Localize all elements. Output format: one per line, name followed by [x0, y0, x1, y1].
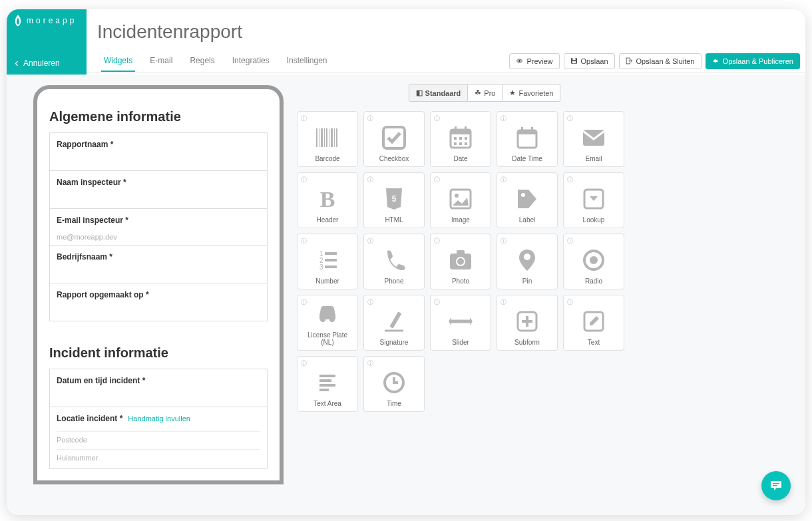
- widget-label: Slider: [452, 339, 469, 346]
- text-icon: [580, 308, 607, 335]
- widget-label: License Plate (NL): [300, 331, 355, 346]
- brand-text: moreapp: [27, 16, 77, 25]
- info-icon[interactable]: ⓘ: [301, 359, 307, 368]
- info-icon[interactable]: ⓘ: [434, 176, 440, 184]
- info-icon[interactable]: ⓘ: [567, 114, 573, 123]
- info-icon[interactable]: ⓘ: [367, 176, 373, 184]
- radio-icon: [580, 247, 607, 273]
- form-field[interactable]: Rapportnaam *: [49, 132, 268, 171]
- widget-label: Email: [585, 155, 602, 162]
- info-icon[interactable]: ⓘ: [301, 298, 307, 307]
- field-label: E-mail inspecteur *: [57, 216, 260, 225]
- widget-label: Text Area: [313, 400, 341, 407]
- info-icon[interactable]: ⓘ: [567, 176, 573, 184]
- widget-label: Time: [387, 400, 401, 407]
- widget-photo[interactable]: ⓘPhoto: [430, 234, 491, 289]
- tab-regels[interactable]: Regels: [187, 51, 217, 72]
- widget-label: Text: [588, 339, 600, 346]
- info-icon[interactable]: ⓘ: [367, 359, 373, 368]
- form-field[interactable]: Datum en tijd incident *: [49, 369, 268, 407]
- header-icon: [314, 186, 341, 212]
- info-icon[interactable]: ⓘ: [434, 298, 440, 307]
- info-icon[interactable]: ⓘ: [301, 114, 307, 123]
- widget-label: Date Time: [512, 155, 542, 162]
- subfield[interactable]: Postcode: [57, 431, 260, 446]
- lookup-icon: [580, 186, 607, 212]
- info-icon[interactable]: ⓘ: [567, 237, 573, 246]
- widget-checkbox[interactable]: ⓘCheckbox: [363, 111, 425, 167]
- info-icon[interactable]: ⓘ: [301, 237, 307, 246]
- widget-label: Image: [451, 216, 470, 224]
- preview-button[interactable]: Preview: [509, 53, 559, 69]
- info-icon[interactable]: ⓘ: [367, 114, 373, 123]
- info-icon[interactable]: ⓘ: [501, 298, 507, 307]
- form-field[interactable]: Naam inspecteur *: [49, 171, 268, 209]
- subfield[interactable]: Huisnummer: [57, 449, 260, 464]
- field-placeholder: me@moreapp.dev: [57, 233, 260, 241]
- widget-header[interactable]: ⓘHeader: [297, 172, 358, 228]
- widget-lookup[interactable]: ⓘLookup: [563, 172, 624, 228]
- widget-number[interactable]: ⓘNumber: [297, 234, 358, 289]
- form-field[interactable]: Locatie incident *Handmatig invullenPost…: [49, 407, 268, 469]
- widget-radio[interactable]: ⓘRadio: [563, 234, 624, 289]
- widget-text[interactable]: ⓘText: [563, 295, 624, 351]
- subform-icon: [514, 308, 540, 335]
- info-icon[interactable]: ⓘ: [501, 237, 507, 246]
- chat-fab[interactable]: [761, 471, 791, 500]
- info-icon[interactable]: ⓘ: [434, 237, 440, 246]
- widget-barcode[interactable]: ⓘBarcode: [297, 111, 358, 167]
- section-title: Algemene informatie: [49, 109, 268, 124]
- tab-instellingen[interactable]: Instellingen: [284, 51, 330, 72]
- widget-time[interactable]: ⓘTime: [363, 356, 425, 412]
- widget-html[interactable]: ⓘHTML: [363, 172, 425, 228]
- info-icon[interactable]: ⓘ: [567, 298, 573, 307]
- widget-tab-pro[interactable]: ☘ Pro: [468, 84, 503, 102]
- info-icon[interactable]: ⓘ: [501, 114, 507, 123]
- info-icon[interactable]: ⓘ: [367, 237, 373, 246]
- widget-tab-favorieten[interactable]: ★ Favorieten: [503, 84, 560, 102]
- widget-date[interactable]: ⓘDate: [430, 111, 491, 167]
- widget-phone[interactable]: ⓘPhone: [363, 234, 425, 289]
- field-label: Datum en tijd incident *: [57, 376, 260, 385]
- widget-grid: ⓘBarcodeⓘCheckboxⓘDateⓘDate TimeⓘEmailⓘH…: [297, 111, 672, 412]
- slider-icon: [447, 308, 474, 335]
- tab-integraties[interactable]: Integraties: [230, 51, 272, 72]
- field-label: Rapportnaam *: [57, 140, 260, 149]
- widget-text-area[interactable]: ⓘText Area: [297, 356, 358, 412]
- save-close-button[interactable]: Opslaan & Sluiten: [619, 53, 702, 69]
- tab-e-mail[interactable]: E-mail: [147, 51, 175, 72]
- html-icon: [381, 186, 407, 212]
- widget-subform[interactable]: ⓘSubform: [497, 295, 558, 351]
- save-publish-button[interactable]: Opslaan & Publiceren: [706, 53, 800, 69]
- form-field[interactable]: Rapport opgemaakt op *: [49, 283, 268, 321]
- calendar-icon: [447, 124, 474, 151]
- main-tabs: WidgetsE-mailRegelsIntegratiesInstelling…: [87, 51, 330, 72]
- field-link[interactable]: Handmatig invullen: [128, 415, 190, 423]
- cancel-button[interactable]: Annuleren: [13, 59, 80, 68]
- form-field[interactable]: E-mail inspecteur *me@moreapp.dev: [49, 209, 268, 246]
- phone-icon: [381, 247, 407, 273]
- widget-label[interactable]: ⓘLabel: [497, 172, 558, 228]
- info-icon[interactable]: ⓘ: [301, 176, 307, 184]
- label-icon: [514, 186, 540, 212]
- field-label: Bedrijfsnaam *: [57, 252, 260, 261]
- widget-signature[interactable]: ⓘSignature: [363, 295, 425, 351]
- page-title: Incidentenrapport: [97, 21, 795, 43]
- info-icon[interactable]: ⓘ: [434, 114, 440, 123]
- widget-slider[interactable]: ⓘSlider: [430, 295, 491, 351]
- widget-email[interactable]: ⓘEmail: [563, 111, 624, 167]
- widget-label: Phone: [385, 277, 404, 285]
- info-icon[interactable]: ⓘ: [367, 298, 373, 307]
- widget-label: Label: [519, 216, 535, 224]
- widget-date-time[interactable]: ⓘDate Time: [497, 111, 558, 167]
- widget-license-plate-nl-[interactable]: ⓘLicense Plate (NL): [297, 295, 358, 351]
- tab-widgets[interactable]: Widgets: [101, 51, 135, 72]
- widget-pin[interactable]: ⓘPin: [497, 234, 558, 289]
- info-icon[interactable]: ⓘ: [501, 176, 507, 184]
- widget-image[interactable]: ⓘImage: [430, 172, 491, 228]
- form-field[interactable]: Bedrijfsnaam *: [49, 246, 268, 283]
- widget-label: Barcode: [315, 155, 339, 162]
- time-icon: [381, 369, 407, 396]
- widget-tab-standaard[interactable]: ◧ Standaard: [409, 84, 469, 102]
- save-button[interactable]: Opslaan: [564, 53, 615, 69]
